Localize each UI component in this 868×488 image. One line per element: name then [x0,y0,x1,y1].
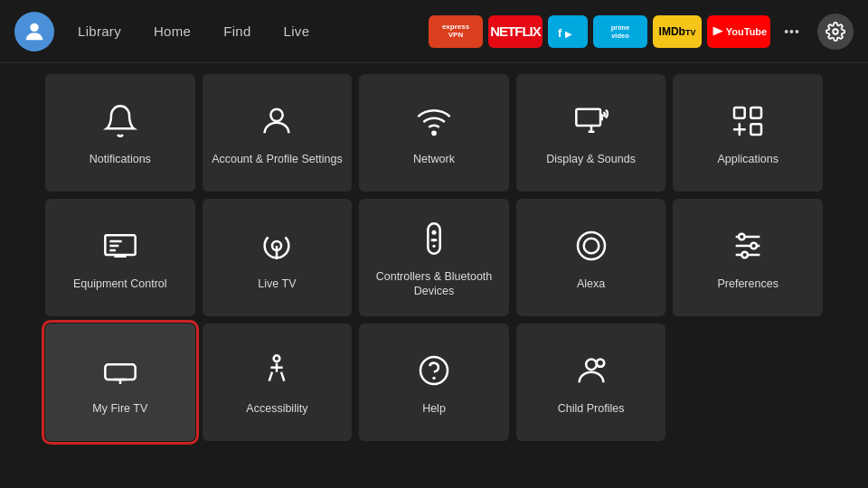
svg-rect-29 [105,364,135,380]
tile-display-sounds[interactable]: Display & Sounds [516,74,666,192]
tile-label: Help [422,401,446,416]
tile-accessibility[interactable]: Accessibility [203,324,353,441]
child-profiles-icon [570,349,613,392]
tile-label: Child Profiles [558,401,625,416]
fire-tv-icon [99,349,142,392]
nav-more-button[interactable]: ••• [776,15,808,48]
svg-point-4 [833,29,838,34]
tile-label: Notifications [90,152,151,166]
svg-point-6 [432,132,435,135]
tile-equipment-control[interactable]: Equipment Control [45,199,195,316]
nav-library[interactable]: Library [61,16,137,46]
svg-text:▶: ▶ [565,29,572,39]
nav-live[interactable]: Live [268,16,326,46]
tile-my-fire-tv[interactable]: My Fire TV [45,324,195,441]
wifi-icon [412,99,456,143]
svg-rect-8 [734,108,745,118]
app-imdb-tv[interactable]: IMDbTV [653,15,702,48]
tile-applications[interactable]: Applications [673,74,823,192]
tile-label: Display & Sounds [546,152,636,166]
svg-point-17 [431,230,436,235]
svg-point-32 [274,355,280,361]
remote-icon [412,217,456,260]
tile-label: Accessibility [246,401,307,416]
tile-controllers-bluetooth[interactable]: Controllers & Bluetooth Devices [359,199,509,316]
app-expressvpn[interactable]: expressVPN [429,15,483,48]
user-avatar[interactable] [14,12,54,52]
nav-find[interactable]: Find [207,16,267,46]
tile-label: Alexa [577,277,605,291]
tile-label: Applications [717,152,778,166]
svg-point-20 [432,244,435,247]
svg-point-21 [578,232,605,259]
nav-settings-button[interactable] [817,14,854,50]
svg-point-35 [586,359,597,370]
app-freevee[interactable]: f ▶ [548,15,588,48]
tile-account-profile[interactable]: Account & Profile Settings [203,74,353,192]
tile-label: Preferences [717,277,778,291]
tile-label: Equipment Control [73,277,167,291]
svg-point-0 [30,23,38,31]
alexa-icon [570,224,613,267]
svg-point-33 [420,357,448,384]
svg-point-5 [271,109,283,121]
tile-label: Network [413,152,455,166]
svg-text:f: f [558,26,562,40]
settings-main: Notifications Account & Profile Settings… [0,63,868,452]
tile-label: Controllers & Bluetooth Devices [366,269,502,299]
tile-label: My Fire TV [92,401,147,416]
tile-help[interactable]: Help [359,324,509,441]
person-icon [255,99,298,143]
help-icon [412,349,456,392]
accessibility-icon [255,349,298,392]
nav-apps: expressVPN NETFLIX f ▶ primevideo IMDbTV… [429,14,854,50]
display-sound-icon [570,99,613,143]
nav-links: Library Home Find Live [61,16,326,46]
tile-network[interactable]: Network [359,74,509,192]
apps-icon [726,99,769,143]
nav-home[interactable]: Home [137,16,207,46]
tile-live-tv[interactable]: Live TV [203,199,353,316]
svg-point-28 [742,252,749,258]
svg-rect-9 [751,108,762,118]
tile-alexa[interactable]: Alexa [516,199,666,316]
app-prime-video[interactable]: primevideo [593,15,647,48]
antenna-icon [255,224,298,267]
bell-icon [99,99,142,143]
svg-rect-7 [576,109,600,126]
svg-point-27 [751,243,758,249]
svg-point-26 [739,234,745,240]
settings-grid: Notifications Account & Profile Settings… [45,74,823,441]
tv-equipment-icon [99,224,142,267]
svg-rect-10 [751,124,762,135]
tile-label: Live TV [258,277,296,291]
tile-label: Account & Profile Settings [212,152,343,166]
app-youtube[interactable]: YouTube [707,15,770,48]
tile-preferences[interactable]: Preferences [673,199,823,316]
app-netflix[interactable]: NETFLIX [488,15,542,48]
tile-child-profiles[interactable]: Child Profiles [516,324,666,441]
svg-point-22 [583,239,599,254]
sliders-icon [726,224,769,267]
tile-notifications[interactable]: Notifications [45,74,195,192]
top-nav: Library Home Find Live expressVPN NETFLI… [0,0,868,63]
